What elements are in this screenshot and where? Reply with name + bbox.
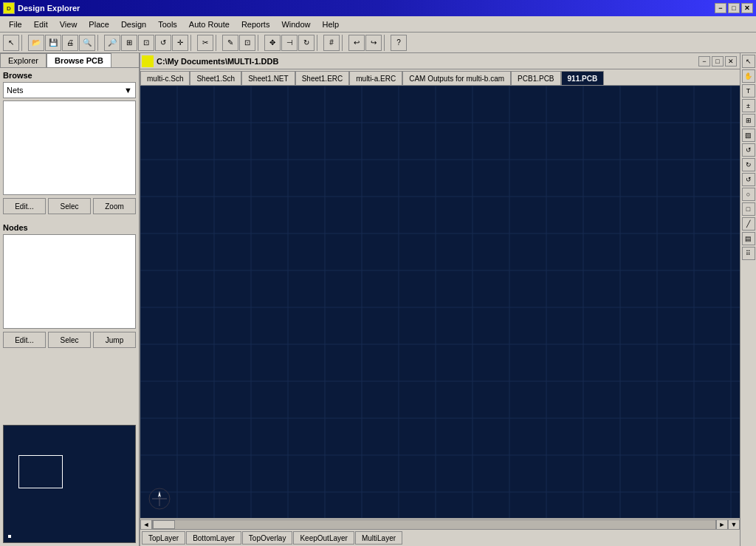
- browse-zoom-button[interactable]: Zoom: [93, 198, 136, 214]
- zoom-area-icon[interactable]: ⊡: [138, 35, 154, 51]
- draw-icon[interactable]: ╱: [742, 217, 755, 231]
- square-icon[interactable]: □: [742, 202, 755, 216]
- file-tab-Sheet1-Sch[interactable]: Sheet1.Sch: [190, 71, 241, 85]
- browse-list[interactable]: [3, 100, 136, 195]
- select-icon[interactable]: ⊡: [239, 35, 255, 51]
- layer-tab-BottomLayer[interactable]: BottomLayer: [186, 531, 241, 545]
- move-icon[interactable]: ✥: [264, 35, 281, 51]
- layer-tab-MultiLayer[interactable]: MultiLayer: [355, 531, 402, 545]
- save-icon[interactable]: 💾: [45, 35, 61, 51]
- menu-item-design[interactable]: Design: [115, 18, 152, 30]
- scroll-down-button[interactable]: ▼: [728, 519, 740, 530]
- doc-title: C:\My Documents\MULTI-1.DDB: [157, 57, 278, 66]
- menu-item-edit[interactable]: Edit: [28, 18, 54, 30]
- scroll-right-button[interactable]: ►: [716, 519, 728, 530]
- mini-map: [3, 425, 136, 543]
- title-bar: D Design Explorer − □ ✕: [0, 0, 756, 16]
- circle-icon[interactable]: ○: [742, 188, 755, 201]
- file-tab-Sheet1-ERC[interactable]: Sheet1.ERC: [295, 71, 350, 85]
- rotate-ccw-icon[interactable]: ↺: [742, 143, 755, 157]
- pencil-icon[interactable]: ✎: [222, 35, 238, 51]
- delete-icon[interactable]: ✂: [197, 35, 213, 51]
- menu-item-view[interactable]: View: [54, 18, 83, 30]
- rotate-cw-icon[interactable]: ↻: [742, 158, 755, 171]
- redraw-icon[interactable]: ↺: [155, 35, 171, 51]
- redo-icon[interactable]: ↪: [365, 35, 382, 51]
- nodes-select-button[interactable]: Selec: [48, 332, 91, 348]
- app-icon: D: [3, 2, 15, 14]
- open-icon[interactable]: 📂: [28, 35, 44, 51]
- menu-item-help[interactable]: Help: [317, 18, 346, 30]
- align-icon[interactable]: #: [323, 35, 340, 51]
- menu-item-window[interactable]: Window: [275, 18, 316, 30]
- menu-item-file[interactable]: File: [3, 18, 28, 30]
- tab-explorer[interactable]: Explorer: [0, 53, 47, 67]
- browse-label: Browse: [3, 71, 136, 80]
- file-tabs: multi-c.SchSheet1.SchSheet1.NETSheet1.ER…: [140, 69, 740, 86]
- toolbar-separator: [216, 35, 220, 51]
- main-layout: Explorer Browse PCB Browse Nets ▼ Edit..…: [0, 53, 756, 546]
- app-title: Design Explorer: [18, 4, 715, 13]
- menu-item-auto-route[interactable]: Auto Route: [183, 18, 236, 30]
- pattern-icon[interactable]: ▨: [742, 129, 755, 142]
- tab-browse-pcb[interactable]: Browse PCB: [47, 53, 111, 67]
- close-button[interactable]: ✕: [741, 3, 753, 13]
- pcb-canvas[interactable]: [140, 86, 740, 518]
- pcb-grid-svg: [140, 86, 740, 518]
- rotate-icon[interactable]: ↻: [298, 35, 315, 51]
- arrow-icon[interactable]: ↖: [3, 35, 19, 51]
- doc-minimize-button[interactable]: −: [698, 56, 710, 66]
- toolbar: ↖📂💾🖨🔍🔎⊞⊡↺✛✂✎⊡✥⊣↻#↩↪?: [0, 33, 756, 53]
- print-icon[interactable]: 🖨: [62, 35, 78, 51]
- pan-icon[interactable]: ✋: [742, 69, 755, 83]
- h-scroll-thumb[interactable]: [153, 520, 175, 529]
- help-icon[interactable]: ?: [391, 35, 407, 51]
- doc-close-button[interactable]: ✕: [725, 56, 737, 66]
- mirror-icon[interactable]: ⊣: [281, 35, 298, 51]
- file-tab-911-PCB[interactable]: 911.PCB: [561, 71, 605, 85]
- layer-tab-TopLayer[interactable]: TopLayer: [142, 531, 185, 545]
- nets-dropdown[interactable]: Nets ▼: [3, 82, 136, 98]
- doc-icon: [142, 55, 154, 67]
- browse-select-button[interactable]: Selec: [48, 198, 91, 214]
- right-toolbar: ↖✋T±⊞▨↺↻↺○□╱▤⠿: [740, 53, 756, 546]
- menu-item-reports[interactable]: Reports: [236, 18, 276, 30]
- zoom-out-icon[interactable]: 🔎: [104, 35, 120, 51]
- spin1-icon[interactable]: ↺: [742, 173, 755, 186]
- layer-tab-TopOverlay[interactable]: TopOverlay: [242, 531, 293, 545]
- window-controls: − □ ✕: [715, 3, 753, 13]
- file-tab-CAM-Outputs-for-multi-b-cam[interactable]: CAM Outputs for multi-b.cam: [402, 71, 511, 85]
- zoom-fit-icon[interactable]: ⊞: [121, 35, 137, 51]
- doc-maximize-button[interactable]: □: [712, 56, 724, 66]
- file-tab-Sheet1-NET[interactable]: Sheet1.NET: [241, 71, 295, 85]
- doc-header: C:\My Documents\MULTI-1.DDB − □ ✕: [140, 53, 740, 69]
- cross-icon[interactable]: ✛: [172, 35, 188, 51]
- menu-item-tools[interactable]: Tools: [152, 18, 183, 30]
- browse-edit-button[interactable]: Edit...: [3, 198, 46, 214]
- undo-icon[interactable]: ↩: [348, 35, 365, 51]
- toolbar-separator: [190, 35, 195, 51]
- grid-icon[interactable]: ⊞: [742, 114, 755, 127]
- zoom-in-icon[interactable]: 🔍: [79, 35, 95, 51]
- coords-icon[interactable]: ±: [742, 99, 755, 112]
- doc-controls: − □ ✕: [698, 56, 738, 66]
- menu-item-place[interactable]: Place: [83, 18, 115, 30]
- file-tab-PCB1-PCB[interactable]: PCB1.PCB: [511, 71, 560, 85]
- layer-icon[interactable]: ▤: [742, 232, 755, 245]
- scroll-left-button[interactable]: ◄: [140, 519, 152, 530]
- layer-tab-KeepOutLayer[interactable]: KeepOutLayer: [293, 531, 354, 545]
- mini-map-indicator: [8, 535, 11, 538]
- file-tab-multi-c-Sch[interactable]: multi-c.Sch: [140, 71, 190, 85]
- nodes-list[interactable]: [3, 234, 136, 329]
- dots-icon[interactable]: ⠿: [742, 247, 755, 260]
- maximize-button[interactable]: □: [728, 3, 740, 13]
- nodes-jump-button[interactable]: Jump: [93, 332, 136, 348]
- nodes-edit-button[interactable]: Edit...: [3, 332, 46, 348]
- minimize-button[interactable]: −: [715, 3, 726, 13]
- h-scroll-track[interactable]: [152, 519, 716, 530]
- file-tab-multi-a-ERC[interactable]: multi-a.ERC: [349, 71, 402, 85]
- text-icon[interactable]: T: [742, 84, 755, 98]
- nodes-label: Nodes: [3, 223, 136, 232]
- nodes-buttons: Edit... Selec Jump: [3, 332, 136, 348]
- select-mode-icon[interactable]: ↖: [742, 55, 755, 68]
